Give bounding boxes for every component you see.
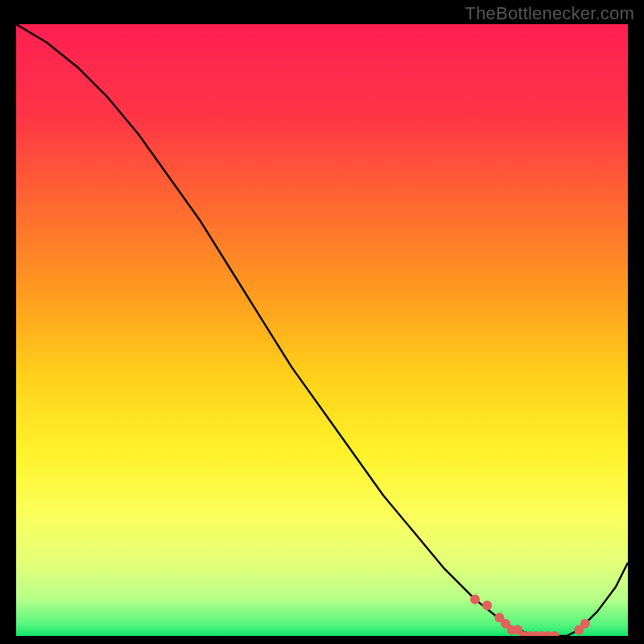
chart-marker (482, 601, 492, 610)
chart-background (16, 24, 628, 636)
chart-frame: TheBottlenecker.com (0, 0, 644, 644)
chart-marker (470, 594, 480, 604)
chart-svg (16, 24, 628, 636)
chart-plot-area (16, 24, 628, 636)
chart-marker (580, 619, 590, 629)
watermark-text: TheBottlenecker.com (465, 3, 634, 24)
